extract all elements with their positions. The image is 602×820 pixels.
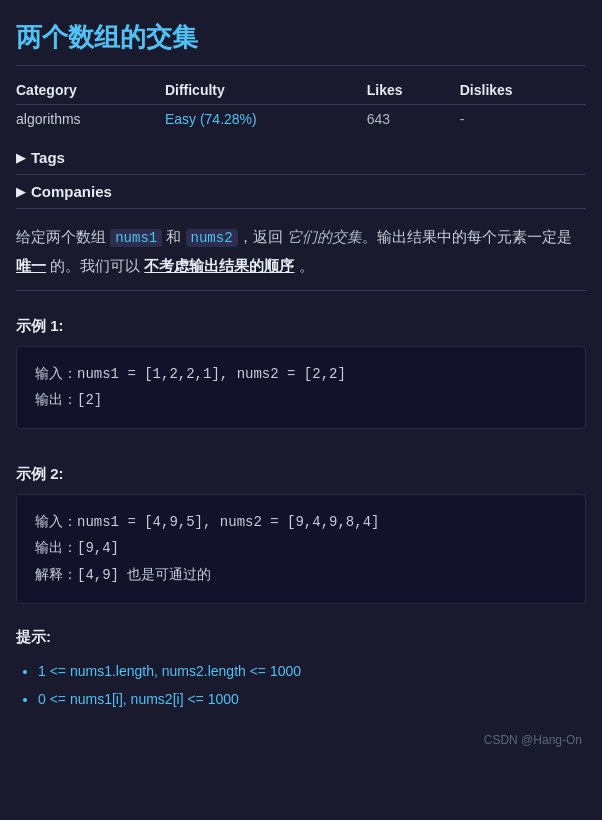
desc-part1: 给定两个数组 — [16, 228, 110, 245]
col-header-category: Category — [16, 76, 165, 105]
desc-part6: 。 — [294, 257, 313, 274]
example2-input: 输入：nums1 = [4,9,5], nums2 = [9,4,9,8,4] — [35, 509, 567, 536]
cell-dislikes: - — [460, 105, 586, 134]
cell-difficulty: Easy (74.28%) — [165, 105, 367, 134]
example1-box: 输入：nums1 = [1,2,2,1], nums2 = [2,2] 输出：[… — [16, 346, 586, 429]
list-item: 1 <= nums1.length, nums2.length <= 1000 — [38, 657, 586, 685]
desc-part4: 。输出结果中的每个元素一定是 — [362, 228, 572, 245]
example2-output: 输出：[9,4] — [35, 535, 567, 562]
companies-section[interactable]: ▶ Companies — [16, 175, 586, 209]
description-section: 给定两个数组 nums1 和 nums2，返回 它们的交集。输出结果中的每个元素… — [16, 209, 586, 291]
tags-section[interactable]: ▶ Tags — [16, 141, 586, 175]
tags-label: Tags — [31, 149, 65, 166]
col-header-likes: Likes — [367, 76, 460, 105]
example1-output: 输出：[2] — [35, 387, 567, 414]
desc-bold1: 唯一 — [16, 257, 46, 274]
desc-code1: nums1 — [110, 229, 162, 247]
companies-arrow-icon: ▶ — [16, 185, 25, 199]
hint-item-2: 0 <= nums1[i], nums2[i] <= 1000 — [38, 691, 239, 707]
list-item: 0 <= nums1[i], nums2[i] <= 1000 — [38, 685, 586, 713]
example2-section: 示例 2: 输入：nums1 = [4,9,5], nums2 = [9,4,9… — [16, 439, 586, 614]
example1-section: 示例 1: 输入：nums1 = [1,2,2,1], nums2 = [2,2… — [16, 291, 586, 439]
footer-credit: CSDN @Hang-On — [16, 723, 586, 747]
example1-input: 输入：nums1 = [1,2,2,1], nums2 = [2,2] — [35, 361, 567, 388]
page-title: 两个数组的交集 — [16, 12, 586, 66]
col-header-difficulty: Difficulty — [165, 76, 367, 105]
desc-bold2: 不考虑输出结果的顺序 — [144, 257, 294, 274]
hint-item-1: 1 <= nums1.length, nums2.length <= 1000 — [38, 663, 301, 679]
desc-code2: nums2 — [186, 229, 238, 247]
description-text: 给定两个数组 nums1 和 nums2，返回 它们的交集。输出结果中的每个元素… — [16, 223, 586, 280]
example2-explanation: 解释：[4,9] 也是可通过的 — [35, 562, 567, 589]
col-header-dislikes: Dislikes — [460, 76, 586, 105]
tags-arrow-icon: ▶ — [16, 151, 25, 165]
cell-likes: 643 — [367, 105, 460, 134]
desc-part5: 的。我们可以 — [46, 257, 144, 274]
hints-section: 提示: 1 <= nums1.length, nums2.length <= 1… — [16, 614, 586, 723]
desc-part2: 和 — [162, 228, 185, 245]
table-row: algorithms Easy (74.28%) 643 - — [16, 105, 586, 134]
hints-title: 提示: — [16, 628, 586, 647]
example1-title: 示例 1: — [16, 317, 586, 336]
example2-box: 输入：nums1 = [4,9,5], nums2 = [9,4,9,8,4] … — [16, 494, 586, 604]
companies-label: Companies — [31, 183, 112, 200]
desc-italic1: 它们的交集 — [287, 228, 362, 245]
info-table: Category Difficulty Likes Dislikes algor… — [16, 76, 586, 133]
page-container: 两个数组的交集 Category Difficulty Likes Dislik… — [0, 0, 602, 767]
desc-part3: ，返回 — [238, 228, 287, 245]
cell-category: algorithms — [16, 105, 165, 134]
example2-title: 示例 2: — [16, 465, 586, 484]
hints-list: 1 <= nums1.length, nums2.length <= 1000 … — [16, 657, 586, 713]
